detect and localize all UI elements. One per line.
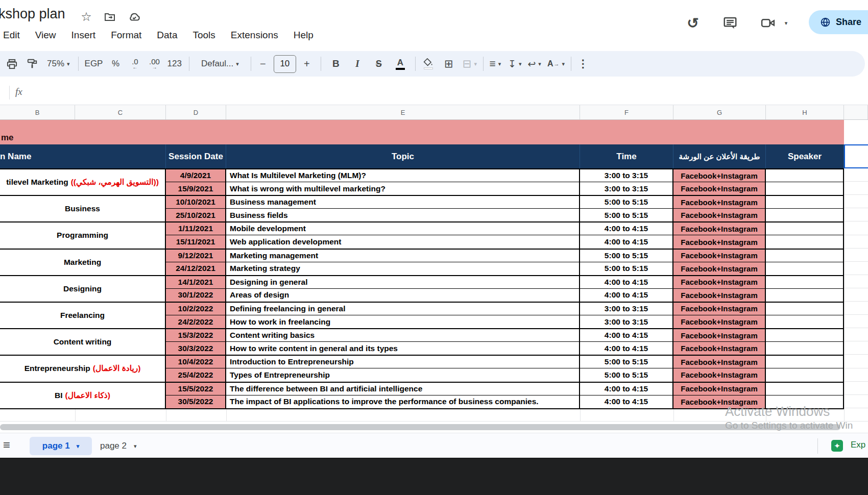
topic-cell[interactable]: Marketing strategy [226, 262, 580, 275]
ad-cell[interactable]: Facebook+Instagram [673, 356, 766, 368]
menu-item-data[interactable]: Data [149, 30, 185, 41]
date-cell[interactable]: 15/3/2022 [166, 329, 226, 342]
ad-cell[interactable]: Facebook+Instagram [673, 342, 766, 355]
speaker-cell[interactable] [766, 315, 844, 328]
session-name-cell[interactable]: Freelancing [0, 303, 166, 328]
header-session-name[interactable]: n Name [0, 144, 166, 168]
speaker-cell[interactable] [766, 342, 844, 355]
session-name-cell[interactable]: Designing [0, 276, 166, 302]
time-cell[interactable]: 5:00 to 5:15 [580, 250, 673, 262]
star-icon[interactable]: ☆ [80, 10, 93, 23]
session-name-cell[interactable]: Entrepreneurship(ريادة الاعمال) [0, 356, 166, 381]
menu-item-format[interactable]: Format [103, 30, 149, 41]
strikethrough-button[interactable]: S [372, 55, 385, 73]
date-cell[interactable]: 10/4/2022 [166, 356, 226, 368]
zoom-select[interactable]: 75%▾ [47, 55, 70, 73]
formula-bar[interactable]: fx [0, 81, 868, 105]
version-history-icon[interactable]: ↺ [684, 14, 702, 32]
sheet-tab-page2[interactable]: page 2▾ [100, 437, 137, 455]
time-cell[interactable]: 3:00 to 3:15 [580, 303, 673, 315]
menu-item-help[interactable]: Help [286, 30, 321, 41]
speaker-cell[interactable] [766, 169, 844, 182]
column-header-partial[interactable] [844, 105, 868, 119]
time-cell[interactable]: 5:00 to 5:15 [580, 368, 673, 381]
percent-format-button[interactable]: % [109, 55, 122, 73]
vertical-align-icon[interactable]: ↧▾ [508, 55, 521, 73]
topic-cell[interactable]: How to work in freelancing [226, 315, 580, 328]
ad-cell[interactable]: Facebook+Instagram [673, 383, 766, 395]
topic-cell[interactable]: Defining freelancing in general [226, 303, 580, 315]
number-format-button[interactable]: 123 [167, 55, 181, 73]
ad-cell[interactable]: Facebook+Instagram [673, 276, 766, 289]
sheet-tab-page1[interactable]: page 1▾ [30, 437, 92, 455]
topic-cell[interactable]: What Is Multilevel Marketing (MLM)? [226, 169, 580, 182]
topic-cell[interactable]: What is wrong with multilevel marketing? [226, 182, 580, 195]
topic-cell[interactable]: Areas of design [226, 289, 580, 302]
column-header-H[interactable]: H [766, 105, 844, 119]
speaker-cell[interactable] [766, 209, 844, 221]
speaker-cell[interactable] [766, 182, 844, 195]
time-cell[interactable]: 3:00 to 3:15 [580, 169, 673, 182]
video-call-caret-icon[interactable]: ▾ [780, 14, 789, 32]
session-name-cell[interactable]: Marketing [0, 250, 166, 275]
text-rotation-icon[interactable]: A→▾ [547, 55, 565, 73]
speaker-cell[interactable] [766, 303, 844, 315]
menu-item-extensions[interactable]: Extensions [223, 30, 286, 41]
speaker-cell[interactable] [766, 250, 844, 262]
ad-cell[interactable]: Facebook+Instagram [673, 196, 766, 209]
ad-cell[interactable]: Facebook+Instagram [673, 368, 766, 381]
header-topic[interactable]: Topic [226, 144, 580, 168]
header-ad-method[interactable]: طريقة الأعلان عن الورشة [673, 144, 766, 168]
ad-cell[interactable]: Facebook+Instagram [673, 235, 766, 248]
cloud-status-icon[interactable] [128, 10, 141, 23]
time-cell[interactable]: 4:00 to 4:15 [580, 289, 673, 302]
date-cell[interactable]: 15/5/2022 [166, 383, 226, 395]
ad-cell[interactable]: Facebook+Instagram [673, 289, 766, 302]
ad-cell[interactable]: Facebook+Instagram [673, 182, 766, 195]
time-cell[interactable]: 4:00 to 4:15 [580, 395, 673, 408]
bold-button[interactable]: B [329, 55, 343, 73]
horizontal-scrollbar[interactable] [0, 424, 840, 430]
date-cell[interactable]: 9/12/2021 [166, 250, 226, 262]
currency-egp-button[interactable]: EGP [85, 55, 103, 73]
fill-color-icon[interactable] [422, 55, 435, 73]
date-cell[interactable]: 25/10/2021 [166, 209, 226, 221]
topic-cell[interactable]: The difference between BI and artificial… [226, 383, 580, 395]
ad-cell[interactable]: Facebook+Instagram [673, 250, 766, 262]
date-cell[interactable]: 24/2/2022 [166, 315, 226, 328]
font-size-input[interactable]: 10 [274, 55, 296, 73]
date-cell[interactable]: 30/3/2022 [166, 342, 226, 355]
text-color-button[interactable]: A [394, 55, 407, 73]
column-header-C[interactable]: C [75, 105, 166, 119]
time-cell[interactable]: 4:00 to 4:15 [580, 329, 673, 342]
date-cell[interactable]: 15/9/2021 [166, 182, 226, 195]
time-cell[interactable]: 3:00 to 3:15 [580, 315, 673, 328]
session-name-cell[interactable]: Business [0, 196, 166, 221]
text-wrap-icon[interactable]: ↩▾ [527, 55, 541, 73]
date-cell[interactable]: 10/2/2022 [166, 303, 226, 315]
speaker-cell[interactable] [766, 235, 844, 248]
topic-cell[interactable]: Mobile development [226, 222, 580, 235]
session-name-cell[interactable]: BI(ذكاء الاعمال) [0, 383, 166, 408]
column-header-E[interactable]: E [226, 105, 580, 119]
decrease-decimal-button[interactable]: .0← [128, 55, 141, 73]
time-cell[interactable]: 4:00 to 4:15 [580, 235, 673, 248]
menu-item-insert[interactable]: Insert [64, 30, 104, 41]
ad-cell[interactable]: Facebook+Instagram [673, 262, 766, 275]
time-cell[interactable]: 5:00 to 5:15 [580, 196, 673, 209]
speaker-cell[interactable] [766, 329, 844, 342]
banner-row[interactable]: me [0, 120, 844, 144]
italic-button[interactable]: I [351, 55, 364, 73]
ad-cell[interactable]: Facebook+Instagram [673, 169, 766, 182]
date-cell[interactable]: 1/11/2021 [166, 222, 226, 235]
decrease-font-size-button[interactable]: − [256, 55, 270, 73]
date-cell[interactable]: 15/11/2021 [166, 235, 226, 248]
paint-format-icon[interactable] [26, 55, 39, 73]
selected-cell-indicator[interactable] [844, 144, 868, 168]
time-cell[interactable]: 3:00 to 3:15 [580, 182, 673, 195]
font-select[interactable]: Defaul...▾ [196, 55, 245, 73]
time-cell[interactable]: 5:00 to 5:15 [580, 262, 673, 275]
header-session-date[interactable]: Session Date [166, 144, 226, 168]
speaker-cell[interactable] [766, 262, 844, 275]
date-cell[interactable]: 14/1/2021 [166, 276, 226, 289]
